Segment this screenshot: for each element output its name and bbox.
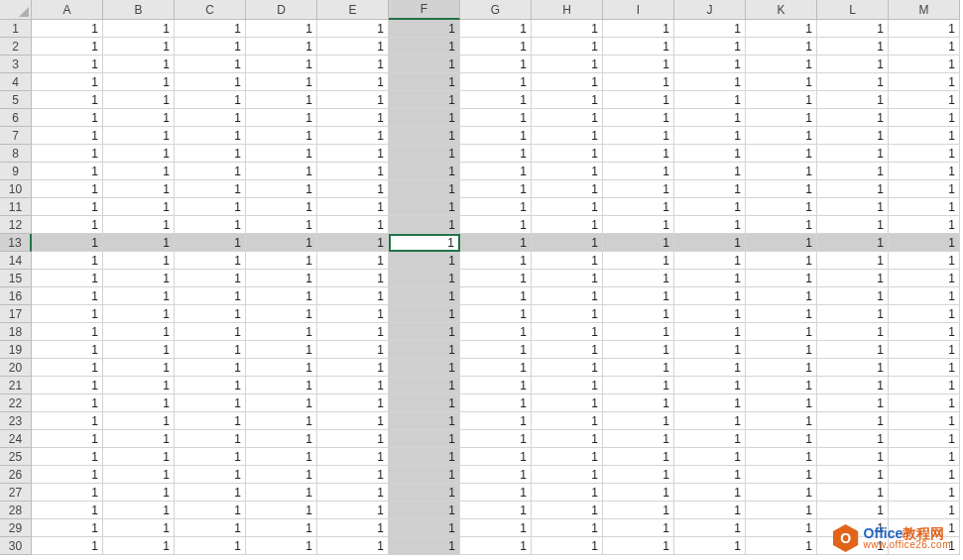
cell-G10[interactable]: 1	[460, 180, 532, 198]
cell-I1[interactable]: 1	[603, 20, 674, 38]
row-header-23[interactable]: 23	[0, 412, 32, 430]
cell-H30[interactable]: 1	[532, 537, 603, 555]
cell-I19[interactable]: 1	[603, 341, 674, 359]
cell-D25[interactable]: 1	[246, 448, 317, 466]
cell-H6[interactable]: 1	[532, 109, 603, 127]
cell-A12[interactable]: 1	[32, 216, 103, 234]
cell-G5[interactable]: 1	[460, 91, 532, 109]
cell-I20[interactable]: 1	[603, 359, 674, 377]
cell-E1[interactable]: 1	[317, 20, 389, 38]
cell-C26[interactable]: 1	[175, 466, 246, 484]
cell-J30[interactable]: 1	[674, 537, 746, 555]
cell-J10[interactable]: 1	[674, 180, 746, 198]
cell-F22[interactable]: 1	[389, 394, 460, 412]
cell-D11[interactable]: 1	[246, 198, 317, 216]
cell-F5[interactable]: 1	[389, 91, 460, 109]
cell-J18[interactable]: 1	[674, 323, 746, 341]
cell-K18[interactable]: 1	[746, 323, 817, 341]
cell-K15[interactable]: 1	[746, 270, 817, 287]
row-header-22[interactable]: 22	[0, 394, 32, 412]
cell-H27[interactable]: 1	[532, 484, 603, 502]
cell-E8[interactable]: 1	[317, 145, 389, 163]
column-header-C[interactable]: C	[175, 0, 246, 20]
cell-J9[interactable]: 1	[674, 163, 746, 180]
cell-I15[interactable]: 1	[603, 270, 674, 287]
cell-B20[interactable]: 1	[103, 359, 175, 377]
cell-L8[interactable]: 1	[817, 145, 889, 163]
cell-A14[interactable]: 1	[32, 252, 103, 270]
cell-C20[interactable]: 1	[175, 359, 246, 377]
column-header-D[interactable]: D	[246, 0, 317, 20]
row-header-3[interactable]: 3	[0, 56, 32, 73]
cell-I8[interactable]: 1	[603, 145, 674, 163]
cell-M25[interactable]: 1	[889, 448, 960, 466]
cell-E19[interactable]: 1	[317, 341, 389, 359]
cell-B2[interactable]: 1	[103, 38, 175, 56]
cell-C17[interactable]: 1	[175, 305, 246, 323]
cell-A5[interactable]: 1	[32, 91, 103, 109]
cell-H2[interactable]: 1	[532, 38, 603, 56]
cell-K6[interactable]: 1	[746, 109, 817, 127]
cell-G27[interactable]: 1	[460, 484, 532, 502]
cell-L3[interactable]: 1	[817, 56, 889, 73]
cell-F11[interactable]: 1	[389, 198, 460, 216]
cell-G20[interactable]: 1	[460, 359, 532, 377]
cell-C9[interactable]: 1	[175, 163, 246, 180]
cell-I16[interactable]: 1	[603, 287, 674, 305]
cell-D17[interactable]: 1	[246, 305, 317, 323]
cell-L24[interactable]: 1	[817, 430, 889, 448]
cell-A8[interactable]: 1	[32, 145, 103, 163]
cell-C27[interactable]: 1	[175, 484, 246, 502]
cell-B25[interactable]: 1	[103, 448, 175, 466]
cell-I29[interactable]: 1	[603, 519, 674, 537]
cell-K30[interactable]: 1	[746, 537, 817, 555]
cell-H1[interactable]: 1	[532, 20, 603, 38]
cell-D24[interactable]: 1	[246, 430, 317, 448]
cell-H10[interactable]: 1	[532, 180, 603, 198]
cell-A19[interactable]: 1	[32, 341, 103, 359]
cell-F28[interactable]: 1	[389, 502, 460, 519]
cell-K5[interactable]: 1	[746, 91, 817, 109]
cell-B12[interactable]: 1	[103, 216, 175, 234]
cell-I7[interactable]: 1	[603, 127, 674, 145]
cell-I9[interactable]: 1	[603, 163, 674, 180]
column-header-F[interactable]: F	[389, 0, 460, 20]
cell-G8[interactable]: 1	[460, 145, 532, 163]
row-header-18[interactable]: 18	[0, 323, 32, 341]
cell-L16[interactable]: 1	[817, 287, 889, 305]
cell-I13[interactable]: 1	[603, 234, 674, 252]
cell-B9[interactable]: 1	[103, 163, 175, 180]
cell-K10[interactable]: 1	[746, 180, 817, 198]
cell-F12[interactable]: 1	[389, 216, 460, 234]
cell-L1[interactable]: 1	[817, 20, 889, 38]
cell-E26[interactable]: 1	[317, 466, 389, 484]
cell-K24[interactable]: 1	[746, 430, 817, 448]
cell-I6[interactable]: 1	[603, 109, 674, 127]
cell-G22[interactable]: 1	[460, 394, 532, 412]
cell-I3[interactable]: 1	[603, 56, 674, 73]
cell-I21[interactable]: 1	[603, 377, 674, 394]
cell-M10[interactable]: 1	[889, 180, 960, 198]
cell-A25[interactable]: 1	[32, 448, 103, 466]
cell-F3[interactable]: 1	[389, 56, 460, 73]
cell-A3[interactable]: 1	[32, 56, 103, 73]
cell-M9[interactable]: 1	[889, 163, 960, 180]
cell-E9[interactable]: 1	[317, 163, 389, 180]
cell-G14[interactable]: 1	[460, 252, 532, 270]
cell-C15[interactable]: 1	[175, 270, 246, 287]
cell-A10[interactable]: 1	[32, 180, 103, 198]
cell-H17[interactable]: 1	[532, 305, 603, 323]
cell-D5[interactable]: 1	[246, 91, 317, 109]
cell-L6[interactable]: 1	[817, 109, 889, 127]
cell-D6[interactable]: 1	[246, 109, 317, 127]
cell-F8[interactable]: 1	[389, 145, 460, 163]
cell-L18[interactable]: 1	[817, 323, 889, 341]
row-header-16[interactable]: 16	[0, 287, 32, 305]
cell-F13[interactable]: 1	[389, 234, 460, 252]
cell-K29[interactable]: 1	[746, 519, 817, 537]
cell-J24[interactable]: 1	[674, 430, 746, 448]
cell-F15[interactable]: 1	[389, 270, 460, 287]
cell-M19[interactable]: 1	[889, 341, 960, 359]
cell-A4[interactable]: 1	[32, 73, 103, 91]
cell-B16[interactable]: 1	[103, 287, 175, 305]
